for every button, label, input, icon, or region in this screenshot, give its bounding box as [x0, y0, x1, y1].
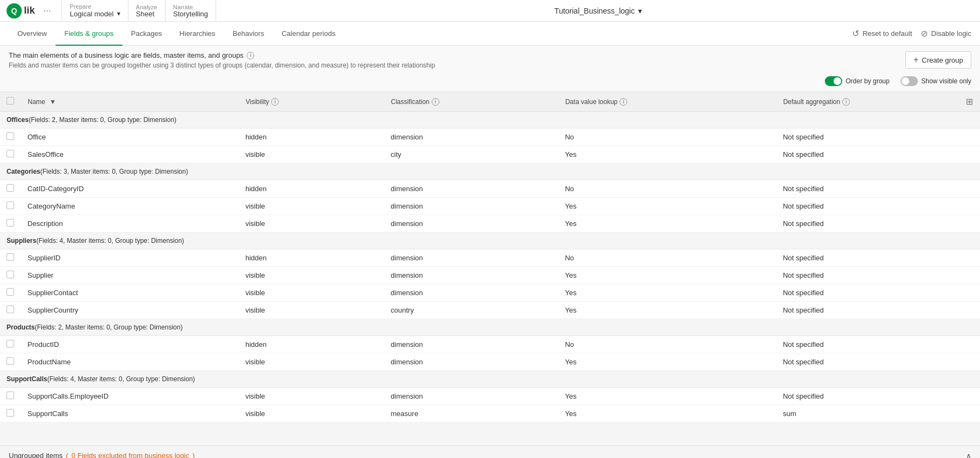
toggle-knob: [834, 77, 841, 85]
th-name: Name ▼: [21, 92, 239, 112]
row-default-aggregation: Not specified: [776, 284, 980, 302]
disable-label: Disable logic: [931, 29, 971, 38]
row-data-value-lookup: Yes: [559, 146, 776, 163]
analyze-section[interactable]: Analyze Sheet: [128, 0, 166, 21]
row-checkbox[interactable]: [7, 150, 14, 157]
row-data-value-lookup: Yes: [559, 388, 776, 405]
dots-menu[interactable]: ···: [39, 6, 55, 16]
app-title-text: Tutorial_Business_logic: [554, 7, 634, 15]
row-checkbox-cell: [0, 198, 21, 215]
table-row[interactable]: SalesOffice visible city Yes Not specifi…: [0, 146, 980, 163]
plus-icon: +: [914, 55, 918, 65]
row-checkbox[interactable]: [7, 288, 14, 296]
group-header-row[interactable]: Products(Fields: 2, Master items: 0, Gro…: [0, 319, 980, 336]
visibility-info-icon[interactable]: i: [271, 98, 279, 106]
table-row[interactable]: ProductID hidden dimension No Not specif…: [0, 336, 980, 353]
create-group-label: Create group: [922, 56, 963, 64]
group-header-row[interactable]: Suppliers(Fields: 4, Master items: 0, Gr…: [0, 233, 980, 249]
row-checkbox[interactable]: [7, 392, 14, 399]
row-visibility: visible: [239, 146, 384, 163]
row-checkbox[interactable]: [7, 132, 14, 140]
desc-info-icon[interactable]: i: [247, 52, 254, 59]
table-row[interactable]: Supplier visible dimension Yes Not speci…: [0, 267, 980, 284]
group-name: Products: [7, 323, 35, 331]
grid-view-icon[interactable]: ⊞: [966, 96, 973, 107]
order-by-group-toggle[interactable]: [825, 76, 842, 86]
row-default-aggregation: Not specified: [776, 129, 980, 146]
table-row[interactable]: CategoryName visible dimension Yes Not s…: [0, 198, 980, 215]
name-filter-icon[interactable]: ▼: [50, 98, 56, 106]
row-checkbox[interactable]: [7, 306, 14, 313]
group-meta: (Fields: 4, Master items: 0, Group type:…: [36, 237, 184, 245]
fields-excluded-link[interactable]: 0 Fields excluded from business logic: [71, 451, 189, 458]
prepare-section[interactable]: Prepare Logical model ▾: [62, 0, 128, 21]
tab-fields-groups[interactable]: Fields & groups: [56, 22, 122, 46]
row-checkbox[interactable]: [7, 219, 14, 227]
create-group-button[interactable]: + Create group: [905, 51, 971, 69]
chevron-up-icon[interactable]: ∧: [966, 451, 971, 459]
row-data-value-lookup: No: [559, 249, 776, 267]
reset-to-default-button[interactable]: ↺ Reset to default: [852, 28, 912, 39]
table-row[interactable]: SupportCalls.EmployeeID visible dimensio…: [0, 388, 980, 405]
tab-behaviors[interactable]: Behaviors: [224, 22, 273, 46]
table-row[interactable]: SupplierContact visible dimension Yes No…: [0, 284, 980, 302]
th-default-aggregation-label: Default aggregation: [783, 98, 840, 106]
th-data-value-lookup: Data value lookup i: [559, 92, 776, 112]
table-row[interactable]: CatID-CategoryID hidden dimension No Not…: [0, 180, 980, 198]
row-checkbox[interactable]: [7, 357, 14, 365]
table-row[interactable]: SupplierID hidden dimension No Not speci…: [0, 249, 980, 267]
group-meta: (Fields: 2, Master items: 0, Group type:…: [35, 323, 182, 331]
table-row[interactable]: ProductName visible dimension Yes Not sp…: [0, 353, 980, 371]
row-checkbox-cell: [0, 336, 21, 353]
row-checkbox[interactable]: [7, 409, 14, 417]
row-visibility: hidden: [239, 129, 384, 146]
desc-left: The main elements of a business logic ar…: [9, 51, 435, 69]
row-checkbox-cell: [0, 267, 21, 284]
tab-calendar-periods[interactable]: Calendar periods: [273, 22, 344, 46]
row-name: ProductName: [21, 353, 239, 371]
app-title[interactable]: Tutorial_Business_logic ▾: [554, 7, 641, 15]
row-data-value-lookup: Yes: [559, 405, 776, 423]
row-default-aggregation: Not specified: [776, 249, 980, 267]
header-checkbox[interactable]: [7, 97, 14, 105]
data-value-lookup-info-icon[interactable]: i: [620, 98, 627, 106]
row-name: CategoryName: [21, 198, 239, 215]
group-name: Offices: [7, 116, 29, 124]
tab-packages[interactable]: Packages: [122, 22, 171, 46]
row-visibility: visible: [239, 388, 384, 405]
group-header-row[interactable]: Offices(Fields: 2, Master items: 0, Grou…: [0, 112, 980, 129]
row-checkbox[interactable]: [7, 340, 14, 347]
default-aggregation-info-icon[interactable]: i: [842, 98, 850, 106]
row-checkbox[interactable]: [7, 253, 14, 261]
row-checkbox[interactable]: [7, 201, 14, 209]
table-body: Offices(Fields: 2, Master items: 0, Grou…: [0, 112, 980, 423]
qlik-wordmark: lik: [24, 5, 35, 16]
narrate-section[interactable]: Narrate Storytelling: [166, 0, 216, 21]
row-data-value-lookup: Yes: [559, 267, 776, 284]
row-classification: city: [384, 146, 559, 163]
row-classification: dimension: [384, 284, 559, 302]
row-classification: dimension: [384, 180, 559, 198]
row-classification: dimension: [384, 249, 559, 267]
group-header-row[interactable]: Categories(Fields: 3, Master items: 0, G…: [0, 163, 980, 180]
tab-overview[interactable]: Overview: [9, 22, 56, 46]
tab-hierarchies[interactable]: Hierarchies: [171, 22, 224, 46]
table-row[interactable]: Office hidden dimension No Not specified: [0, 129, 980, 146]
group-meta: (Fields: 3, Master items: 0, Group type:…: [40, 168, 188, 175]
row-default-aggregation: Not specified: [776, 146, 980, 163]
row-data-value-lookup: No: [559, 129, 776, 146]
row-data-value-lookup: Yes: [559, 198, 776, 215]
table-row[interactable]: Description visible dimension Yes Not sp…: [0, 215, 980, 233]
show-visible-only-toggle[interactable]: [901, 76, 918, 86]
tabs-left: Overview Fields & groups Packages Hierar…: [9, 22, 344, 45]
table-row[interactable]: SupportCalls visible measure Yes sum: [0, 405, 980, 423]
disable-logic-button[interactable]: ⊘ Disable logic: [921, 28, 971, 39]
ungrouped-items-link[interactable]: (: [66, 451, 68, 458]
row-default-aggregation: sum: [776, 405, 980, 423]
th-classification: Classification i: [384, 92, 559, 112]
row-checkbox[interactable]: [7, 184, 14, 192]
group-header-row[interactable]: SupportCalls(Fields: 4, Master items: 0,…: [0, 371, 980, 388]
row-checkbox[interactable]: [7, 271, 14, 278]
table-row[interactable]: SupplierCountry visible country Yes Not …: [0, 302, 980, 319]
classification-info-icon[interactable]: i: [432, 98, 439, 106]
